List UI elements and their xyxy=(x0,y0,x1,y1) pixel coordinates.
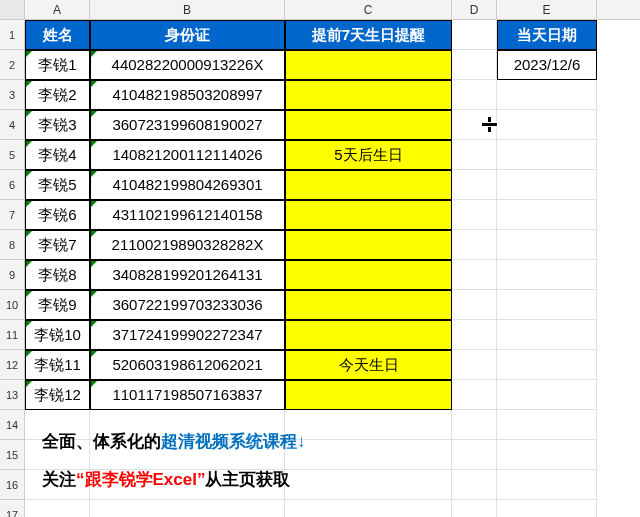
cell-id-12[interactable]: 520603198612062021 xyxy=(90,350,285,380)
row-header-13[interactable]: 13 xyxy=(0,380,25,410)
cell-E8[interactable] xyxy=(497,230,597,260)
cell-E6[interactable] xyxy=(497,170,597,200)
header-today[interactable]: 当天日期 xyxy=(497,20,597,50)
cell-name-10[interactable]: 李锐9 xyxy=(25,290,90,320)
cell-id-2[interactable]: 44028220000913226X xyxy=(90,50,285,80)
cell-id-13[interactable]: 110117198507163837 xyxy=(90,380,285,410)
row-header-1[interactable]: 1 xyxy=(0,20,25,50)
cell-reminder-5[interactable]: 5天后生日 xyxy=(285,140,452,170)
header-reminder[interactable]: 提前7天生日提醒 xyxy=(285,20,452,50)
select-all-corner[interactable] xyxy=(0,0,25,19)
cell-name-4[interactable]: 李锐3 xyxy=(25,110,90,140)
cell-D4[interactable] xyxy=(452,110,497,140)
cell-D14[interactable] xyxy=(452,410,497,440)
row-header-6[interactable]: 6 xyxy=(0,170,25,200)
cell-D11[interactable] xyxy=(452,320,497,350)
cell-C15[interactable] xyxy=(285,440,452,470)
cell-E11[interactable] xyxy=(497,320,597,350)
cell-reminder-11[interactable] xyxy=(285,320,452,350)
cell-D12[interactable] xyxy=(452,350,497,380)
cell-id-11[interactable]: 371724199902272347 xyxy=(90,320,285,350)
cell-D10[interactable] xyxy=(452,290,497,320)
row-header-12[interactable]: 12 xyxy=(0,350,25,380)
cell-E13[interactable] xyxy=(497,380,597,410)
cell-name-13[interactable]: 李锐12 xyxy=(25,380,90,410)
cell-today-date[interactable]: 2023/12/6 xyxy=(497,50,597,80)
cell-name-9[interactable]: 李锐8 xyxy=(25,260,90,290)
cell-reminder-6[interactable] xyxy=(285,170,452,200)
cell-id-3[interactable]: 410482198503208997 xyxy=(90,80,285,110)
row-header-16[interactable]: 16 xyxy=(0,470,25,500)
cell-D17[interactable] xyxy=(452,500,497,517)
cell-reminder-13[interactable] xyxy=(285,380,452,410)
cell-E4[interactable] xyxy=(497,110,597,140)
cell-reminder-9[interactable] xyxy=(285,260,452,290)
cell-reminder-12[interactable]: 今天生日 xyxy=(285,350,452,380)
row-header-3[interactable]: 3 xyxy=(0,80,25,110)
row-header-9[interactable]: 9 xyxy=(0,260,25,290)
cell-D6[interactable] xyxy=(452,170,497,200)
cell-id-8[interactable]: 21100219890328282X xyxy=(90,230,285,260)
row-header-2[interactable]: 2 xyxy=(0,50,25,80)
row-header-15[interactable]: 15 xyxy=(0,440,25,470)
row-header-4[interactable]: 4 xyxy=(0,110,25,140)
row-header-17[interactable]: 17 xyxy=(0,500,25,517)
cell-B17[interactable] xyxy=(90,500,285,517)
cell-reminder-8[interactable] xyxy=(285,230,452,260)
cell-id-6[interactable]: 410482199804269301 xyxy=(90,170,285,200)
col-header-E[interactable]: E xyxy=(497,0,597,19)
col-header-A[interactable]: A xyxy=(25,0,90,19)
cell-reminder-10[interactable] xyxy=(285,290,452,320)
row-header-11[interactable]: 11 xyxy=(0,320,25,350)
cell-reminder-2[interactable] xyxy=(285,50,452,80)
cell-C16[interactable] xyxy=(285,470,452,500)
col-header-C[interactable]: C xyxy=(285,0,452,19)
cell-id-4[interactable]: 360723199608190027 xyxy=(90,110,285,140)
cell-name-12[interactable]: 李锐11 xyxy=(25,350,90,380)
cell-E7[interactable] xyxy=(497,200,597,230)
header-id[interactable]: 身份证 xyxy=(90,20,285,50)
cell-D1[interactable] xyxy=(452,20,497,50)
cell-name-3[interactable]: 李锐2 xyxy=(25,80,90,110)
cell-E15[interactable] xyxy=(497,440,597,470)
cell-C14[interactable] xyxy=(285,410,452,440)
cell-name-7[interactable]: 李锐6 xyxy=(25,200,90,230)
col-header-D[interactable]: D xyxy=(452,0,497,19)
row-header-5[interactable]: 5 xyxy=(0,140,25,170)
cell-E16[interactable] xyxy=(497,470,597,500)
cell-D7[interactable] xyxy=(452,200,497,230)
cell-D8[interactable] xyxy=(452,230,497,260)
row-header-8[interactable]: 8 xyxy=(0,230,25,260)
cell-id-7[interactable]: 431102199612140158 xyxy=(90,200,285,230)
cell-reminder-3[interactable] xyxy=(285,80,452,110)
cell-name-6[interactable]: 李锐5 xyxy=(25,170,90,200)
cell-E17[interactable] xyxy=(497,500,597,517)
cell-id-9[interactable]: 340828199201264131 xyxy=(90,260,285,290)
cell-E12[interactable] xyxy=(497,350,597,380)
cell-E5[interactable] xyxy=(497,140,597,170)
cell-D9[interactable] xyxy=(452,260,497,290)
cell-D2[interactable] xyxy=(452,50,497,80)
cell-C17[interactable] xyxy=(285,500,452,517)
cell-name-2[interactable]: 李锐1 xyxy=(25,50,90,80)
cell-E10[interactable] xyxy=(497,290,597,320)
cell-name-11[interactable]: 李锐10 xyxy=(25,320,90,350)
cell-id-10[interactable]: 360722199703233036 xyxy=(90,290,285,320)
cell-id-5[interactable]: 140821200112114026 xyxy=(90,140,285,170)
cell-name-8[interactable]: 李锐7 xyxy=(25,230,90,260)
cell-E9[interactable] xyxy=(497,260,597,290)
col-header-B[interactable]: B xyxy=(90,0,285,19)
row-header-14[interactable]: 14 xyxy=(0,410,25,440)
cell-E3[interactable] xyxy=(497,80,597,110)
cell-D5[interactable] xyxy=(452,140,497,170)
cell-D13[interactable] xyxy=(452,380,497,410)
cell-reminder-4[interactable] xyxy=(285,110,452,140)
row-header-7[interactable]: 7 xyxy=(0,200,25,230)
cell-D15[interactable] xyxy=(452,440,497,470)
cell-name-5[interactable]: 李锐4 xyxy=(25,140,90,170)
cell-A17[interactable] xyxy=(25,500,90,517)
row-header-10[interactable]: 10 xyxy=(0,290,25,320)
cell-reminder-7[interactable] xyxy=(285,200,452,230)
header-name[interactable]: 姓名 xyxy=(25,20,90,50)
cell-E14[interactable] xyxy=(497,410,597,440)
